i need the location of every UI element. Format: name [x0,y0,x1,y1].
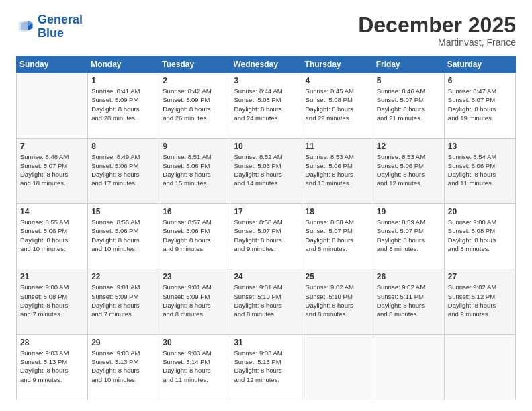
calendar-week-row: 14Sunrise: 8:55 AM Sunset: 5:06 PM Dayli… [17,203,516,269]
day-number: 14 [20,207,84,216]
col-friday: Friday [373,56,444,73]
day-info: Sunrise: 8:54 AM Sunset: 5:06 PM Dayligh… [448,152,512,188]
day-number: 26 [377,272,441,281]
day-info: Sunrise: 8:42 AM Sunset: 5:09 PM Dayligh… [163,87,226,122]
table-row: 21Sunrise: 9:00 AM Sunset: 5:08 PM Dayli… [17,269,88,334]
day-info: Sunrise: 8:59 AM Sunset: 5:07 PM Dayligh… [377,218,441,253]
day-number: 19 [377,207,441,216]
day-number: 7 [20,142,84,151]
day-info: Sunrise: 8:47 AM Sunset: 5:07 PM Dayligh… [448,87,512,122]
day-info: Sunrise: 8:58 AM Sunset: 5:07 PM Dayligh… [306,218,369,253]
day-info: Sunrise: 8:57 AM Sunset: 5:06 PM Dayligh… [163,218,226,253]
day-number: 2 [163,76,226,85]
day-number: 16 [163,207,226,216]
calendar-week-row: 21Sunrise: 9:00 AM Sunset: 5:08 PM Dayli… [17,269,516,334]
day-number: 10 [234,142,298,151]
day-number: 4 [306,76,369,85]
col-sunday: Sunday [17,56,88,73]
col-saturday: Saturday [444,56,515,73]
table-row: 19Sunrise: 8:59 AM Sunset: 5:07 PM Dayli… [373,203,444,269]
day-info: Sunrise: 9:00 AM Sunset: 5:08 PM Dayligh… [20,283,84,318]
logo-icon [16,17,35,36]
table-row: 7Sunrise: 8:48 AM Sunset: 5:07 PM Daylig… [17,138,88,203]
day-number: 29 [91,338,155,347]
calendar-header-row: Sunday Monday Tuesday Wednesday Thursday… [17,56,516,73]
table-row: 16Sunrise: 8:57 AM Sunset: 5:06 PM Dayli… [159,203,230,269]
table-row: 30Sunrise: 9:03 AM Sunset: 5:14 PM Dayli… [159,334,230,400]
table-row: 18Sunrise: 8:58 AM Sunset: 5:07 PM Dayli… [302,203,373,269]
day-info: Sunrise: 8:58 AM Sunset: 5:07 PM Dayligh… [234,218,298,253]
calendar-table: Sunday Monday Tuesday Wednesday Thursday… [16,56,516,400]
day-info: Sunrise: 8:55 AM Sunset: 5:06 PM Dayligh… [20,218,84,253]
col-thursday: Thursday [302,56,373,73]
day-info: Sunrise: 9:01 AM Sunset: 5:10 PM Dayligh… [234,283,298,318]
day-info: Sunrise: 8:48 AM Sunset: 5:07 PM Dayligh… [20,152,84,188]
day-number: 30 [163,338,226,347]
table-row: 1Sunrise: 8:41 AM Sunset: 5:09 PM Daylig… [88,73,159,138]
table-row: 29Sunrise: 9:03 AM Sunset: 5:13 PM Dayli… [88,334,159,400]
day-info: Sunrise: 9:01 AM Sunset: 5:09 PM Dayligh… [91,283,155,318]
day-info: Sunrise: 9:02 AM Sunset: 5:10 PM Dayligh… [306,283,369,318]
table-row: 27Sunrise: 9:02 AM Sunset: 5:12 PM Dayli… [444,269,515,334]
day-number: 12 [377,142,441,151]
table-row: 8Sunrise: 8:49 AM Sunset: 5:06 PM Daylig… [88,138,159,203]
day-info: Sunrise: 8:56 AM Sunset: 5:06 PM Dayligh… [91,218,155,253]
col-monday: Monday [88,56,159,73]
table-row: 20Sunrise: 9:00 AM Sunset: 5:08 PM Dayli… [444,203,515,269]
table-row [17,73,88,138]
day-info: Sunrise: 9:03 AM Sunset: 5:13 PM Dayligh… [20,349,84,384]
table-row: 3Sunrise: 8:44 AM Sunset: 5:08 PM Daylig… [230,73,302,138]
day-info: Sunrise: 9:03 AM Sunset: 5:14 PM Dayligh… [163,349,226,384]
title-block: December 2025 Martinvast, France [358,13,516,48]
table-row: 24Sunrise: 9:01 AM Sunset: 5:10 PM Dayli… [230,269,302,334]
day-number: 8 [91,142,155,151]
day-number: 3 [234,76,298,85]
day-info: Sunrise: 9:03 AM Sunset: 5:13 PM Dayligh… [91,349,155,384]
calendar-week-row: 1Sunrise: 8:41 AM Sunset: 5:09 PM Daylig… [17,73,516,138]
day-info: Sunrise: 8:41 AM Sunset: 5:09 PM Dayligh… [91,87,155,122]
day-number: 18 [306,207,369,216]
table-row: 22Sunrise: 9:01 AM Sunset: 5:09 PM Dayli… [88,269,159,334]
table-row: 25Sunrise: 9:02 AM Sunset: 5:10 PM Dayli… [302,269,373,334]
day-number: 17 [234,207,298,216]
table-row: 4Sunrise: 8:45 AM Sunset: 5:08 PM Daylig… [302,73,373,138]
day-number: 25 [306,272,369,281]
day-info: Sunrise: 8:49 AM Sunset: 5:06 PM Dayligh… [91,152,155,188]
day-number: 5 [377,76,441,85]
day-info: Sunrise: 9:00 AM Sunset: 5:08 PM Dayligh… [448,218,512,253]
day-number: 11 [306,142,369,151]
day-number: 9 [163,142,226,151]
day-number: 15 [91,207,155,216]
day-number: 20 [448,207,512,216]
table-row [373,334,444,400]
table-row: 12Sunrise: 8:53 AM Sunset: 5:06 PM Dayli… [373,138,444,203]
col-wednesday: Wednesday [230,56,302,73]
table-row: 6Sunrise: 8:47 AM Sunset: 5:07 PM Daylig… [444,73,515,138]
day-number: 13 [448,142,512,151]
day-info: Sunrise: 9:02 AM Sunset: 5:12 PM Dayligh… [448,283,512,318]
logo-blue: Blue [38,26,64,40]
day-info: Sunrise: 9:03 AM Sunset: 5:15 PM Dayligh… [234,349,298,384]
table-row: 2Sunrise: 8:42 AM Sunset: 5:09 PM Daylig… [159,73,230,138]
logo: General Blue [16,13,83,40]
day-number: 1 [91,76,155,85]
day-info: Sunrise: 9:02 AM Sunset: 5:11 PM Dayligh… [377,283,441,318]
col-tuesday: Tuesday [159,56,230,73]
day-info: Sunrise: 8:51 AM Sunset: 5:06 PM Dayligh… [163,152,226,188]
day-number: 31 [234,338,298,347]
table-row [444,334,515,400]
table-row: 23Sunrise: 9:01 AM Sunset: 5:09 PM Dayli… [159,269,230,334]
day-number: 6 [448,76,512,85]
day-info: Sunrise: 8:46 AM Sunset: 5:07 PM Dayligh… [377,87,441,122]
table-row: 11Sunrise: 8:53 AM Sunset: 5:06 PM Dayli… [302,138,373,203]
logo-text: General Blue [38,13,83,40]
header: General Blue December 2025 Martinvast, F… [16,13,516,48]
day-number: 23 [163,272,226,281]
day-info: Sunrise: 9:01 AM Sunset: 5:09 PM Dayligh… [163,283,226,318]
location-subtitle: Martinvast, France [358,37,516,48]
calendar-week-row: 28Sunrise: 9:03 AM Sunset: 5:13 PM Dayli… [17,334,516,400]
day-number: 21 [20,272,84,281]
table-row: 31Sunrise: 9:03 AM Sunset: 5:15 PM Dayli… [230,334,302,400]
table-row: 9Sunrise: 8:51 AM Sunset: 5:06 PM Daylig… [159,138,230,203]
calendar-week-row: 7Sunrise: 8:48 AM Sunset: 5:07 PM Daylig… [17,138,516,203]
